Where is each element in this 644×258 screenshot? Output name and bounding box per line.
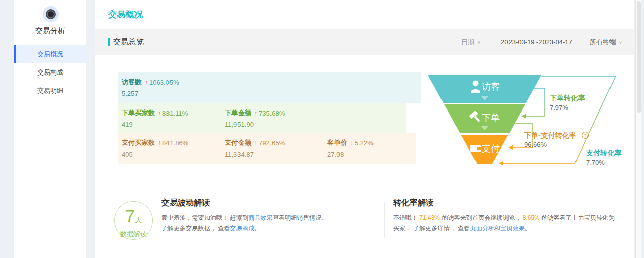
metric-change-pct: 1063.05% [149, 79, 179, 86]
badge-caption: 数据解读 [115, 230, 152, 239]
active-indicator-bar [14, 45, 16, 63]
metric-label: 支付买家数 [122, 138, 155, 148]
badge-number: 7 [125, 206, 135, 226]
sidebar: 交易分析 交易概况 交易构成 交易明细 [14, 0, 86, 258]
metric-label: 下单买家数 [122, 108, 155, 118]
insight-text: 囊中羞涩，需要加油哦！ 赶紧到 [161, 214, 248, 222]
chevron-down-icon[interactable]: ∨ [619, 39, 622, 45]
metric-change-pct: 735.68% [259, 109, 285, 117]
metric-visitors: 访客数 ↑ 1063.05% 5,257 [122, 78, 179, 97]
conversion-value: 7.70% [586, 159, 605, 166]
trend-down-icon: ↓ [350, 139, 353, 146]
conversion-label: 下单-支付转化率 [524, 131, 577, 139]
metric-value: 11,951.90 [225, 121, 285, 128]
main-content: 交易概况 交易总览 日期 ∨ 2023-03-19~2023-04-17 所有终… [95, 0, 634, 258]
insight-line: 囊中羞涩，需要加油哦！ 赶紧到商品效果查看明细销售情况。 [161, 213, 380, 223]
metric-change-pct: 792.65% [259, 139, 285, 147]
funnel-stage-label: 访客 [482, 82, 500, 92]
metric-label: 客单价 [327, 138, 347, 148]
metric-order-amount: 下单金额 ↑ 735.68% 11,951.90 [225, 108, 285, 128]
sidebar-item-label: 交易构成 [37, 68, 63, 76]
conversion-funnel-chart: 访客 下单 支付 下单转化率 7.97% 下单-支付转化率 ? [425, 70, 628, 171]
metric-row-orders: 下单买家数 ↑ 831.11% 419 下单金额 ↑ 735.68% 11,95… [118, 103, 406, 133]
metric-change-pct: 831.11% [162, 109, 188, 117]
conversion-label: 下单转化率 [549, 94, 585, 102]
arrow-left-icon [521, 114, 526, 119]
page-analysis-link[interactable]: 页面分析 [470, 225, 494, 232]
metric-value: 405 [122, 151, 188, 158]
funnel-stage-label: 下单 [482, 113, 500, 123]
insight-line: 不错哦！ 71.43% 的访客来到首页会继续浏览， 8.65% 的访客看了主力宝… [393, 213, 616, 233]
insight-text: 。 [525, 225, 531, 232]
sidebar-item-trade-overview[interactable]: 交易概况 [14, 45, 86, 63]
badge-unit: 天 [135, 216, 142, 224]
sidebar-item-label: 交易明细 [37, 87, 63, 94]
section-bar: 交易总览 日期 ∨ 2023-03-19~2023-04-17 所有终端 ∨ [95, 29, 634, 55]
filters: 日期 ∨ 2023-03-19~2023-04-17 所有终端 ∨ [461, 38, 624, 47]
insight-text: 查看明细销售情况。 [273, 214, 327, 222]
highlight-pct: 71.43% [419, 214, 440, 222]
arrow-left-icon [509, 145, 513, 150]
svg-text:?: ? [584, 133, 586, 138]
insight-title: 交易波动解读 [161, 198, 380, 208]
chevron-down-icon[interactable]: ∨ [477, 39, 481, 45]
help-icon[interactable]: ? [582, 132, 589, 139]
sidebar-item-trade-composition[interactable]: 交易构成 [14, 63, 86, 82]
item-effect-link[interactable]: 宝贝效果 [500, 225, 525, 232]
metric-change-pct: 5.22% [355, 139, 374, 147]
metric-label: 支付金额 [225, 138, 251, 148]
page: 交易分析 交易概况 交易构成 交易明细 交易概况 交易总览 日期 [0, 0, 644, 258]
title-bar: 交易概况 [95, 0, 634, 29]
sidebar-item-label: 交易概况 [37, 50, 63, 58]
insight-text: 。 [254, 225, 260, 232]
trend-up-icon: ↑ [158, 109, 161, 117]
metric-label: 下单金额 [225, 108, 251, 118]
insight-conversion: 转化率解读 不错哦！ 71.43% 的访客来到首页会继续浏览， 8.65% 的访… [393, 198, 616, 233]
conversion-label: 支付转化率 [586, 149, 622, 157]
shop-avatar [43, 6, 59, 22]
pay-wallet-icon [470, 145, 481, 152]
metric-change-pct: 841.86% [162, 139, 188, 147]
trend-up-icon: ↑ [254, 139, 257, 146]
date-dropdown[interactable]: 日期 [461, 38, 474, 47]
insight-text: 不错哦！ [393, 214, 419, 222]
metric-value: 5,257 [122, 90, 179, 97]
insight-trade-fluctuation: 交易波动解读 囊中羞涩，需要加油哦！ 赶紧到商品效果查看明细销售情况。 了解更多… [161, 198, 380, 233]
section-title-text: 交易总览 [113, 37, 144, 47]
metric-label: 访客数 [122, 78, 142, 87]
highlight-pct: 8.65% [523, 214, 540, 222]
conversion-value: 7.97% [550, 104, 568, 112]
sidebar-title: 交易分析 [14, 26, 86, 36]
insight-line: 了解更多交易数据， 查看交易构成。 [161, 223, 380, 233]
metric-avg-order-value: 客单价 ↓ 5.22% 27.98 [327, 138, 374, 158]
scrollbar[interactable] [635, 0, 641, 258]
metric-value: 27.98 [327, 151, 374, 158]
shop-logo-icon [46, 9, 56, 19]
conversion-value: 96.66% [524, 141, 547, 149]
metric-order-buyers: 下单买家数 ↑ 831.11% 419 [122, 108, 188, 128]
trend-up-icon: ↑ [145, 79, 148, 86]
insight-title: 转化率解读 [393, 198, 616, 208]
product-effect-link[interactable]: 商品效果 [248, 214, 273, 222]
sidebar-menu: 交易概况 交易构成 交易明细 [14, 45, 86, 100]
section-title-tick [108, 38, 110, 46]
metric-pay-amount: 支付金额 ↑ 792.65% 11,334.87 [225, 138, 285, 158]
metric-row-visitors: 访客数 ↑ 1063.05% 5,257 [118, 72, 421, 103]
scrollbar-thumb[interactable] [637, 1, 641, 113]
sidebar-item-trade-detail[interactable]: 交易明细 [14, 82, 86, 100]
metric-value: 419 [122, 121, 188, 128]
trend-up-icon: ↑ [254, 109, 257, 117]
funnel-stage-label: 支付 [482, 143, 500, 154]
arrow-left-icon [499, 161, 503, 166]
seven-day-badge: 7天 数据解读 [114, 201, 153, 240]
metric-row-payments: 支付买家数 ↑ 841.86% 405 支付金额 ↑ 792.65% 11,33… [118, 133, 416, 164]
terminal-dropdown[interactable]: 所有终端 [590, 38, 616, 47]
metric-pay-buyers: 支付买家数 ↑ 841.86% 405 [122, 138, 188, 158]
insight-text: 的访客来到首页会继续浏览， [440, 214, 523, 222]
date-range-picker[interactable]: 2023-03-19~2023-04-17 [501, 38, 572, 46]
insight-text: 了解更多交易数据， 查看 [161, 225, 230, 232]
metric-value: 11,334.87 [225, 151, 285, 158]
vertical-divider [384, 202, 385, 238]
trade-composition-link[interactable]: 交易构成 [230, 225, 254, 232]
trend-up-icon: ↑ [158, 139, 161, 146]
